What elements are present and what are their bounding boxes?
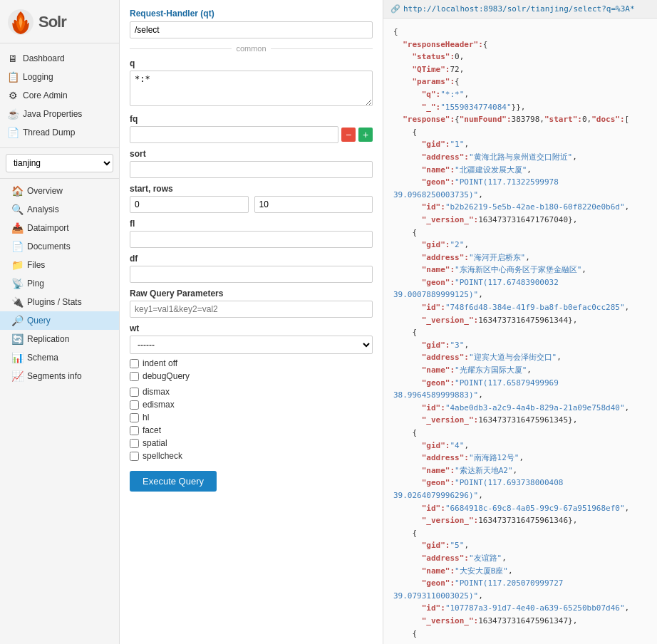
- df-input[interactable]: [130, 266, 373, 283]
- sidebar-item-files[interactable]: 📁 Files: [0, 256, 119, 274]
- link-icon: 🔗: [390, 4, 400, 14]
- sidebar-item-label: Plugins / Stats: [27, 297, 82, 307]
- sidebar-item-query[interactable]: 🔎 Query: [0, 311, 119, 330]
- handler-input[interactable]: [130, 21, 373, 38]
- spatial-checkbox[interactable]: [130, 439, 139, 448]
- common-section-header: common: [130, 44, 373, 53]
- edismax-checkbox[interactable]: [130, 400, 139, 410]
- handler-label: Request-Handler (qt): [130, 9, 373, 19]
- sidebar-item-thread-dump[interactable]: 📄 Thread Dump: [0, 123, 119, 142]
- core-selector[interactable]: tianjing: [6, 154, 113, 172]
- raw-query-input[interactable]: [130, 301, 373, 318]
- spellcheck-row: spellcheck: [130, 451, 373, 461]
- indent-off-checkbox[interactable]: [130, 359, 139, 368]
- edismax-label: edismax: [143, 400, 175, 410]
- sidebar-item-label: Schema: [27, 353, 58, 363]
- solr-logo-icon: [7, 9, 34, 36]
- logging-icon: 📋: [7, 71, 19, 83]
- q-input[interactable]: *:*: [130, 71, 373, 106]
- spatial-label: spatial: [143, 438, 167, 448]
- indent-off-row: indent off: [130, 358, 373, 368]
- sidebar-item-label: Logging: [23, 72, 53, 82]
- sidebar-item-analysis[interactable]: 🔍 Analysis: [0, 200, 119, 219]
- sidebar-item-label: Documents: [27, 242, 71, 251]
- files-icon: 📁: [11, 259, 23, 271]
- sidebar-item-plugins-stats[interactable]: 🔌 Plugins / Stats: [0, 293, 119, 311]
- query-icon: 🔎: [11, 315, 23, 326]
- sidebar-item-label: Files: [27, 260, 45, 270]
- debug-query-row: debugQuery: [130, 371, 373, 381]
- sidebar-item-segments-info[interactable]: 📈 Segments info: [0, 367, 119, 385]
- sidebar-item-core-admin[interactable]: ⚙ Core Admin: [0, 86, 119, 105]
- start-input[interactable]: [130, 196, 249, 213]
- q-label: q: [130, 58, 373, 68]
- fq-input[interactable]: [130, 126, 338, 143]
- sidebar-item-label: Query: [27, 316, 51, 326]
- replication-icon: 🔄: [11, 333, 23, 345]
- facet-checkbox[interactable]: [130, 426, 139, 435]
- analysis-icon: 🔍: [11, 204, 23, 215]
- fq-add-button[interactable]: +: [358, 128, 373, 142]
- sidebar-item-label: Core Admin: [23, 90, 68, 100]
- schema-icon: 📊: [11, 352, 23, 363]
- sidebar-item-dataimport[interactable]: 📥 Dataimport: [0, 219, 119, 237]
- response-url-bar: 🔗 http://localhost:8983/solr/tianjing/se…: [383, 0, 657, 19]
- response-panel: 🔗 http://localhost:8983/solr/tianjing/se…: [383, 0, 657, 644]
- java-properties-icon: ☕: [7, 108, 19, 120]
- fq-label: fq: [130, 114, 373, 124]
- rows-input[interactable]: [254, 196, 373, 213]
- documents-icon: 📄: [11, 241, 23, 252]
- sidebar-item-label: Dataimport: [27, 223, 69, 233]
- fl-input[interactable]: [130, 231, 373, 248]
- debug-query-checkbox[interactable]: [130, 372, 139, 381]
- start-rows-label: start, rows: [130, 184, 373, 194]
- response-body: { "responseHeader":{ "status":0, "QTime"…: [383, 19, 657, 644]
- dismax-label: dismax: [143, 387, 170, 397]
- sidebar-item-ping[interactable]: 📡 Ping: [0, 274, 119, 293]
- wt-select[interactable]: ------ json xml csv: [130, 336, 373, 354]
- sidebar-item-replication[interactable]: 🔄 Replication: [0, 330, 119, 348]
- thread-dump-icon: 📄: [7, 127, 19, 138]
- hl-checkbox[interactable]: [130, 413, 139, 422]
- fl-label: fl: [130, 219, 373, 229]
- spatial-row: spatial: [130, 438, 373, 448]
- plugins-stats-icon: 🔌: [11, 296, 23, 308]
- fq-remove-button[interactable]: −: [341, 128, 356, 142]
- segments-info-icon: 📈: [11, 370, 23, 382]
- sidebar-item-label: Overview: [27, 186, 63, 196]
- content-area: Request-Handler (qt) common q *:* fq − +…: [120, 0, 657, 644]
- facet-row: facet: [130, 425, 373, 435]
- core-selector-area: tianjing: [0, 148, 119, 179]
- core-nav: 🏠 Overview 🔍 Analysis 📥 Dataimport 📄 Doc…: [0, 179, 119, 388]
- sort-input[interactable]: [130, 161, 373, 178]
- sidebar-item-label: Ping: [27, 279, 44, 289]
- indent-off-label: indent off: [143, 358, 177, 368]
- sidebar-item-overview[interactable]: 🏠 Overview: [0, 182, 119, 200]
- sidebar-item-label: Segments info: [27, 371, 82, 381]
- sidebar-item-label: Replication: [27, 334, 69, 344]
- sidebar-item-dashboard[interactable]: 🖥 Dashboard: [0, 49, 119, 68]
- sidebar-item-java-properties[interactable]: ☕ Java Properties: [0, 105, 119, 123]
- sidebar-item-schema[interactable]: 📊 Schema: [0, 348, 119, 367]
- sidebar-item-documents[interactable]: 📄 Documents: [0, 237, 119, 256]
- dismax-checkbox[interactable]: [130, 388, 139, 397]
- df-label: df: [130, 254, 373, 264]
- response-url[interactable]: http://localhost:8983/solr/tianjing/sele…: [403, 4, 635, 14]
- dismax-row: dismax: [130, 387, 373, 397]
- overview-icon: 🏠: [11, 185, 23, 197]
- core-admin-icon: ⚙: [7, 90, 19, 101]
- raw-query-label: Raw Query Parameters: [130, 289, 373, 298]
- global-nav: 🖥 Dashboard 📋 Logging ⚙ Core Admin ☕ Jav…: [0, 43, 119, 148]
- hl-label: hl: [143, 412, 149, 422]
- sort-label: sort: [130, 149, 373, 159]
- execute-query-button[interactable]: Execute Query: [130, 471, 217, 492]
- spellcheck-checkbox[interactable]: [130, 452, 139, 461]
- sidebar-item-label: Dashboard: [23, 53, 65, 63]
- logo-area: Solr: [0, 0, 119, 43]
- sidebar-item-logging[interactable]: 📋 Logging: [0, 68, 119, 86]
- solr-logo-text: Solr: [38, 13, 66, 31]
- query-panel: Request-Handler (qt) common q *:* fq − +…: [120, 0, 383, 644]
- sidebar-item-label: Analysis: [27, 204, 59, 214]
- edismax-row: edismax: [130, 400, 373, 410]
- wt-label: wt: [130, 323, 373, 333]
